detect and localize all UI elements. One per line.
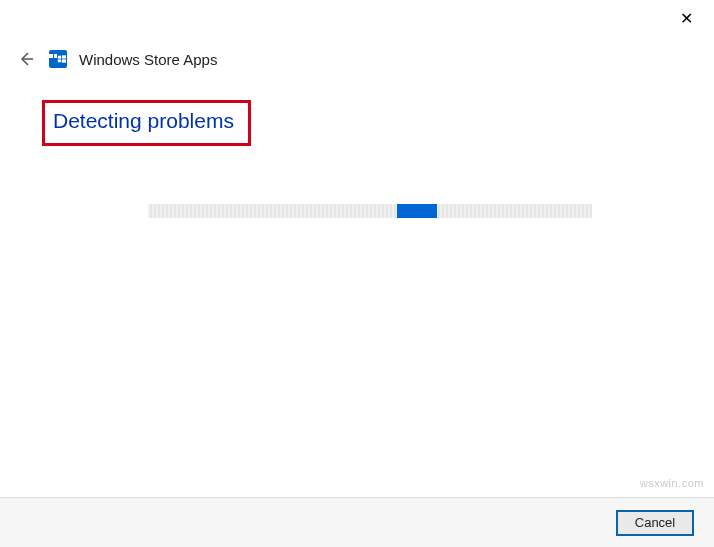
store-app-icon [49, 50, 67, 68]
back-button[interactable] [15, 48, 37, 70]
close-button[interactable]: ✕ [676, 8, 696, 28]
svg-rect-2 [58, 59, 61, 62]
progress-bar [148, 204, 592, 218]
progress-indicator [397, 204, 437, 218]
cancel-button-label: Cancel [635, 515, 675, 530]
svg-rect-0 [58, 56, 61, 59]
header: Windows Store Apps [0, 0, 714, 70]
cancel-button[interactable]: Cancel [616, 510, 694, 536]
back-arrow-icon [17, 50, 35, 68]
svg-rect-3 [62, 59, 66, 62]
svg-rect-1 [62, 55, 66, 58]
footer: Cancel [0, 497, 714, 547]
status-highlight-box: Detecting problems [42, 100, 251, 146]
status-heading: Detecting problems [53, 109, 234, 133]
window-title: Windows Store Apps [79, 51, 217, 68]
watermark-text: wsxwin.com [640, 477, 704, 489]
close-icon: ✕ [680, 9, 693, 28]
